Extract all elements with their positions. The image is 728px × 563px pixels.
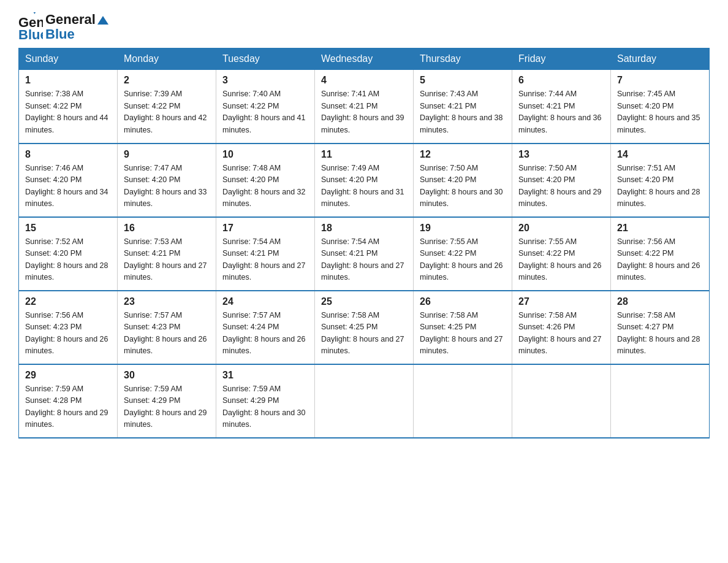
- day-number: 15: [25, 223, 111, 234]
- day-info: Sunrise: 7:51 AM Sunset: 4:20 PM Dayligh…: [617, 163, 703, 210]
- logo: General Blue General Blue: [18, 12, 108, 42]
- day-number: 4: [321, 75, 407, 86]
- svg-marker-2: [33, 12, 36, 14]
- calendar-cell: 3 Sunrise: 7:40 AM Sunset: 4:22 PM Dayli…: [216, 70, 315, 144]
- weekday-header-sunday: Sunday: [19, 48, 118, 70]
- day-info: Sunrise: 7:59 AM Sunset: 4:29 PM Dayligh…: [222, 383, 308, 431]
- day-number: 10: [222, 149, 308, 160]
- calendar-cell: 6 Sunrise: 7:44 AM Sunset: 4:21 PM Dayli…: [512, 70, 611, 144]
- logo-icon: General Blue: [18, 12, 43, 42]
- day-number: 13: [518, 149, 604, 160]
- calendar-cell: 20 Sunrise: 7:55 AM Sunset: 4:22 PM Dayl…: [512, 217, 611, 291]
- week-row-3: 15 Sunrise: 7:52 AM Sunset: 4:20 PM Dayl…: [19, 217, 710, 291]
- calendar-cell: 23 Sunrise: 7:57 AM Sunset: 4:23 PM Dayl…: [118, 291, 216, 364]
- weekday-header-saturday: Saturday: [611, 48, 710, 70]
- week-row-4: 22 Sunrise: 7:56 AM Sunset: 4:23 PM Dayl…: [19, 291, 710, 364]
- day-info: Sunrise: 7:58 AM Sunset: 4:26 PM Dayligh…: [518, 310, 604, 358]
- day-number: 11: [321, 149, 407, 160]
- day-number: 26: [420, 296, 506, 307]
- day-info: Sunrise: 7:50 AM Sunset: 4:20 PM Dayligh…: [518, 163, 604, 210]
- calendar-cell: 11 Sunrise: 7:49 AM Sunset: 4:20 PM Dayl…: [315, 144, 414, 217]
- day-info: Sunrise: 7:48 AM Sunset: 4:20 PM Dayligh…: [222, 163, 308, 210]
- day-number: 2: [124, 75, 210, 86]
- logo-general-text: General: [45, 12, 108, 27]
- day-number: 3: [222, 75, 308, 86]
- calendar-cell: 28 Sunrise: 7:58 AM Sunset: 4:27 PM Dayl…: [611, 291, 710, 364]
- day-number: 20: [518, 223, 604, 234]
- day-info: Sunrise: 7:59 AM Sunset: 4:29 PM Dayligh…: [124, 383, 210, 431]
- day-info: Sunrise: 7:49 AM Sunset: 4:20 PM Dayligh…: [321, 163, 407, 210]
- calendar-cell: [315, 364, 414, 438]
- day-info: Sunrise: 7:54 AM Sunset: 4:21 PM Dayligh…: [222, 236, 308, 284]
- calendar-cell: 1 Sunrise: 7:38 AM Sunset: 4:22 PM Dayli…: [19, 70, 118, 144]
- day-number: 23: [124, 296, 210, 307]
- calendar-cell: 12 Sunrise: 7:50 AM Sunset: 4:20 PM Dayl…: [414, 144, 512, 217]
- day-info: Sunrise: 7:39 AM Sunset: 4:22 PM Dayligh…: [124, 88, 210, 136]
- day-number: 12: [420, 149, 506, 160]
- day-number: 24: [222, 296, 308, 307]
- calendar-cell: 21 Sunrise: 7:56 AM Sunset: 4:22 PM Dayl…: [611, 217, 710, 291]
- calendar-cell: [512, 364, 611, 438]
- calendar-cell: 29 Sunrise: 7:59 AM Sunset: 4:28 PM Dayl…: [19, 364, 118, 438]
- day-info: Sunrise: 7:55 AM Sunset: 4:22 PM Dayligh…: [518, 236, 604, 284]
- day-info: Sunrise: 7:44 AM Sunset: 4:21 PM Dayligh…: [518, 88, 604, 136]
- calendar-cell: 14 Sunrise: 7:51 AM Sunset: 4:20 PM Dayl…: [611, 144, 710, 217]
- day-number: 17: [222, 223, 308, 234]
- weekday-header-thursday: Thursday: [414, 48, 512, 70]
- svg-text:Blue: Blue: [18, 27, 43, 42]
- day-info: Sunrise: 7:46 AM Sunset: 4:20 PM Dayligh…: [25, 163, 111, 210]
- day-info: Sunrise: 7:58 AM Sunset: 4:25 PM Dayligh…: [321, 310, 407, 358]
- day-info: Sunrise: 7:56 AM Sunset: 4:23 PM Dayligh…: [25, 310, 111, 358]
- weekday-header-wednesday: Wednesday: [315, 48, 414, 70]
- day-info: Sunrise: 7:56 AM Sunset: 4:22 PM Dayligh…: [617, 236, 703, 284]
- week-row-5: 29 Sunrise: 7:59 AM Sunset: 4:28 PM Dayl…: [19, 364, 710, 438]
- calendar-table: SundayMondayTuesdayWednesdayThursdayFrid…: [18, 48, 710, 439]
- day-number: 30: [124, 370, 210, 381]
- calendar-cell: 27 Sunrise: 7:58 AM Sunset: 4:26 PM Dayl…: [512, 291, 611, 364]
- day-number: 27: [518, 296, 604, 307]
- day-info: Sunrise: 7:59 AM Sunset: 4:28 PM Dayligh…: [25, 383, 111, 431]
- calendar-cell: 13 Sunrise: 7:50 AM Sunset: 4:20 PM Dayl…: [512, 144, 611, 217]
- day-number: 1: [25, 75, 111, 86]
- calendar-cell: 2 Sunrise: 7:39 AM Sunset: 4:22 PM Dayli…: [118, 70, 216, 144]
- day-number: 19: [420, 223, 506, 234]
- day-number: 8: [25, 149, 111, 160]
- day-number: 7: [617, 75, 703, 86]
- calendar-cell: 22 Sunrise: 7:56 AM Sunset: 4:23 PM Dayl…: [19, 291, 118, 364]
- calendar-cell: 8 Sunrise: 7:46 AM Sunset: 4:20 PM Dayli…: [19, 144, 118, 217]
- calendar-cell: [611, 364, 710, 438]
- day-number: 16: [124, 223, 210, 234]
- weekday-header-monday: Monday: [118, 48, 216, 70]
- page-header: General Blue General Blue: [18, 12, 710, 42]
- day-number: 14: [617, 149, 703, 160]
- calendar-cell: 26 Sunrise: 7:58 AM Sunset: 4:25 PM Dayl…: [414, 291, 512, 364]
- calendar-cell: 7 Sunrise: 7:45 AM Sunset: 4:20 PM Dayli…: [611, 70, 710, 144]
- logo-blue-text: Blue: [45, 27, 108, 42]
- calendar-cell: 10 Sunrise: 7:48 AM Sunset: 4:20 PM Dayl…: [216, 144, 315, 217]
- day-info: Sunrise: 7:47 AM Sunset: 4:20 PM Dayligh…: [124, 163, 210, 210]
- day-info: Sunrise: 7:38 AM Sunset: 4:22 PM Dayligh…: [25, 88, 111, 136]
- day-info: Sunrise: 7:52 AM Sunset: 4:20 PM Dayligh…: [25, 236, 111, 284]
- calendar-cell: 19 Sunrise: 7:55 AM Sunset: 4:22 PM Dayl…: [414, 217, 512, 291]
- calendar-cell: 5 Sunrise: 7:43 AM Sunset: 4:21 PM Dayli…: [414, 70, 512, 144]
- day-number: 29: [25, 370, 111, 381]
- calendar-cell: 24 Sunrise: 7:57 AM Sunset: 4:24 PM Dayl…: [216, 291, 315, 364]
- day-number: 31: [222, 370, 308, 381]
- day-info: Sunrise: 7:41 AM Sunset: 4:21 PM Dayligh…: [321, 88, 407, 136]
- day-info: Sunrise: 7:54 AM Sunset: 4:21 PM Dayligh…: [321, 236, 407, 284]
- day-number: 9: [124, 149, 210, 160]
- day-number: 18: [321, 223, 407, 234]
- day-info: Sunrise: 7:57 AM Sunset: 4:24 PM Dayligh…: [222, 310, 308, 358]
- calendar-cell: [414, 364, 512, 438]
- calendar-cell: 4 Sunrise: 7:41 AM Sunset: 4:21 PM Dayli…: [315, 70, 414, 144]
- calendar-cell: 31 Sunrise: 7:59 AM Sunset: 4:29 PM Dayl…: [216, 364, 315, 438]
- day-info: Sunrise: 7:58 AM Sunset: 4:25 PM Dayligh…: [420, 310, 506, 358]
- day-number: 21: [617, 223, 703, 234]
- calendar-cell: 9 Sunrise: 7:47 AM Sunset: 4:20 PM Dayli…: [118, 144, 216, 217]
- day-number: 5: [420, 75, 506, 86]
- calendar-cell: 15 Sunrise: 7:52 AM Sunset: 4:20 PM Dayl…: [19, 217, 118, 291]
- day-info: Sunrise: 7:58 AM Sunset: 4:27 PM Dayligh…: [617, 310, 703, 358]
- weekday-header-friday: Friday: [512, 48, 611, 70]
- calendar-cell: 17 Sunrise: 7:54 AM Sunset: 4:21 PM Dayl…: [216, 217, 315, 291]
- calendar-cell: 25 Sunrise: 7:58 AM Sunset: 4:25 PM Dayl…: [315, 291, 414, 364]
